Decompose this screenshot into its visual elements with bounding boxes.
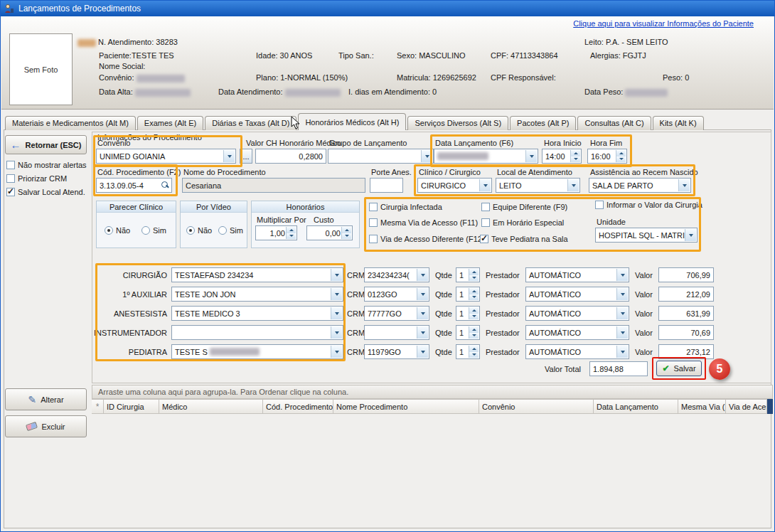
doctor-crm-select[interactable] — [364, 325, 429, 340]
spinner-buttons[interactable] — [469, 346, 479, 358]
spinner-buttons[interactable] — [570, 150, 580, 162]
cb-cirurgia-infectada[interactable]: Cirurgia Infectada — [369, 203, 442, 211]
cb-mesma-via-acesso[interactable]: Mesma Via de Acesso (F11) — [369, 218, 478, 227]
porte-anes-input[interactable] — [370, 178, 403, 193]
doctor-qtde-input[interactable]: 1 — [456, 267, 480, 282]
tab-materiais[interactable]: Materiais e Medicamentos (Alt M) — [5, 116, 136, 130]
chevron-down-icon[interactable] — [331, 326, 342, 339]
spinner-buttons[interactable] — [616, 150, 626, 162]
cb-salvar-local-atend[interactable]: Salvar Local Atend. — [6, 188, 85, 196]
spinner-buttons[interactable] — [469, 326, 479, 339]
cb-em-horario-especial[interactable]: Em Horário Especial — [481, 218, 564, 227]
tab-exames[interactable]: Exames (Alt E) — [137, 116, 203, 130]
doctor-prestador-select[interactable]: AUTOMÁTICO — [525, 267, 629, 282]
local-atendimento-select[interactable]: LEITO — [496, 178, 580, 193]
alterar-button[interactable]: ✎ Alterar — [5, 388, 87, 410]
chevron-down-icon[interactable] — [417, 269, 428, 281]
search-icon[interactable] — [161, 181, 169, 189]
tab-kits[interactable]: Kits (Alt K) — [653, 116, 704, 130]
hora-fim-input[interactable]: 16:00 — [587, 149, 627, 164]
salvar-button[interactable]: ✔ Salvar — [656, 361, 702, 376]
patient-info-link[interactable]: Clique aqui para visualizar Informações … — [573, 19, 754, 28]
chevron-down-icon[interactable] — [616, 307, 628, 319]
cb-teve-pediatra[interactable]: Teve Pediatra na Sala — [480, 235, 568, 243]
radio-parecer-nao[interactable]: Não — [105, 226, 130, 235]
doctor-qtde-input[interactable]: 1 — [456, 287, 480, 302]
tab-pacotes[interactable]: Pacotes (Alt P) — [510, 116, 576, 130]
cb-equipe-diferente[interactable]: Equipe Diferente (F9) — [481, 203, 567, 211]
doctor-qtde-input[interactable]: 1 — [456, 325, 480, 340]
doctor-crm-select[interactable]: 234234234( — [364, 267, 429, 282]
doctor-prestador-select[interactable]: AUTOMÁTICO — [525, 287, 629, 302]
cb-priorizar-crm[interactable]: Priorizar CRM — [6, 174, 67, 183]
doctor-qtde-input[interactable]: 1 — [456, 306, 480, 321]
column-header-nome-procedimento[interactable]: Nome Procedimento — [333, 399, 479, 414]
spinner-buttons[interactable] — [341, 227, 351, 239]
tab-consultas[interactable]: Consultas (Alt C) — [577, 116, 651, 130]
radio-video-nao[interactable]: Não — [186, 226, 212, 235]
column-header-data-lancamento[interactable]: Data Lançamento — [594, 399, 678, 414]
doctor-valor-input[interactable]: 273,12 — [658, 344, 714, 359]
doctor-prestador-select[interactable]: AUTOMÁTICO — [525, 344, 629, 359]
custo-input[interactable]: 0,00 — [306, 225, 353, 240]
doctor-name-select[interactable] — [171, 325, 343, 340]
tab-servicos[interactable]: Serviços Diversos (Alt S) — [407, 116, 508, 130]
chevron-down-icon[interactable] — [331, 346, 342, 358]
chevron-down-icon[interactable] — [616, 269, 628, 281]
retornar-button[interactable]: ← Retornar (ESC) — [5, 135, 87, 154]
spinner-buttons[interactable] — [469, 269, 479, 281]
doctor-crm-select[interactable]: 0123GO — [364, 287, 429, 302]
cb-via-acesso-diferente[interactable]: Via de Acesso Diferente (F12) — [369, 235, 485, 243]
doctor-crm-select[interactable]: 11979GO — [364, 344, 429, 359]
cb-informar-valor-cirurgia[interactable]: Informar o Valor da Cirurgia — [595, 201, 702, 209]
data-lancamento-select[interactable] — [434, 149, 538, 164]
doctor-prestador-select[interactable]: AUTOMÁTICO — [525, 306, 629, 321]
chevron-down-icon[interactable] — [525, 150, 537, 162]
doctor-name-select[interactable]: TESTE S — [171, 344, 343, 359]
grid-marker-icon[interactable]: * — [92, 399, 104, 414]
cb-nao-mostrar-alertas[interactable]: Não mostrar alertas — [6, 161, 87, 169]
column-header-id-cirurgia[interactable]: ID Cirurgia — [104, 399, 159, 414]
unidade-select[interactable]: HOSPITAL SQL - MATRIZ — [595, 228, 698, 243]
chevron-down-icon[interactable] — [421, 150, 432, 162]
chevron-down-icon[interactable] — [417, 326, 428, 339]
multiplicar-input[interactable]: 1,00 — [255, 225, 297, 240]
chevron-down-icon[interactable] — [479, 179, 491, 191]
doctor-name-select[interactable]: TESTE MEDICO 3 — [171, 306, 343, 321]
chevron-down-icon[interactable] — [223, 150, 235, 162]
doctor-name-select[interactable]: TESTAEFASD 234234 — [171, 267, 343, 282]
doctor-prestador-select[interactable]: AUTOMÁTICO — [525, 325, 629, 340]
radio-parecer-sim[interactable]: Sim — [141, 226, 166, 235]
doctor-name-select[interactable]: TESTE JON JON — [171, 287, 343, 302]
spinner-buttons[interactable] — [469, 288, 479, 300]
assistencia-select[interactable]: SALA DE PARTO — [589, 178, 691, 193]
spinner-buttons[interactable] — [469, 307, 479, 319]
chevron-down-icon[interactable] — [616, 288, 628, 300]
chevron-down-icon[interactable] — [616, 326, 628, 339]
chevron-down-icon[interactable] — [331, 288, 342, 300]
chevron-down-icon[interactable] — [417, 288, 428, 300]
column-header-via-de-acesso[interactable]: Via de Acesso — [726, 399, 767, 414]
chevron-down-icon[interactable] — [616, 346, 628, 358]
doctor-valor-input[interactable]: 706,99 — [658, 267, 714, 282]
hora-inicio-input[interactable]: 14:00 — [542, 149, 582, 164]
chevron-down-icon[interactable] — [417, 346, 428, 358]
cod-procedimento-input[interactable]: 3.13.09.05-4 — [96, 178, 172, 193]
doctor-valor-input[interactable]: 631,99 — [658, 306, 714, 321]
doctor-crm-select[interactable]: 77777GO — [364, 306, 429, 321]
chevron-down-icon[interactable] — [417, 307, 428, 319]
grupo-lancamento-select[interactable] — [328, 149, 434, 164]
tab-honorarios-medicos[interactable]: Honorários Médicos (Alt H) — [298, 113, 406, 130]
column-header-cod-procedimento[interactable]: Cód. Procedimento — [263, 399, 333, 414]
column-header-mesma-via[interactable]: Mesma Via ( — [678, 399, 726, 414]
doctor-valor-input[interactable]: 70,69 — [658, 325, 714, 340]
chevron-down-icon[interactable] — [331, 269, 342, 281]
radio-video-sim[interactable]: Sim — [218, 226, 243, 235]
excluir-button[interactable]: Excluir — [5, 415, 87, 437]
spinner-buttons[interactable] — [286, 227, 296, 239]
column-header-medico[interactable]: Médico — [159, 399, 263, 414]
browse-button[interactable]: ... — [240, 149, 252, 164]
chevron-down-icon[interactable] — [567, 179, 579, 191]
doctor-valor-input[interactable]: 212,09 — [658, 287, 714, 302]
clinico-cirurgico-select[interactable]: CIRURGICO — [417, 178, 492, 193]
